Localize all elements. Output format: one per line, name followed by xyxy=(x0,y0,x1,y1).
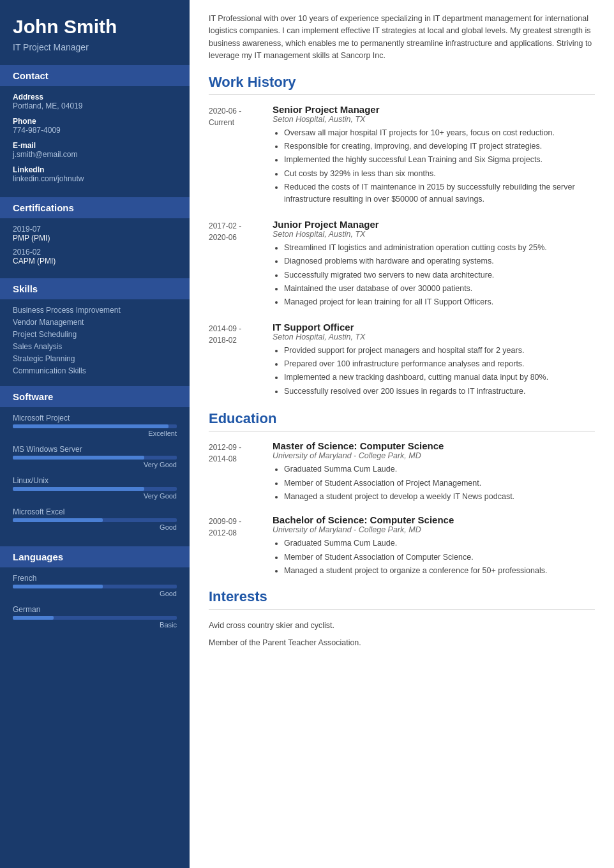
bullet-item: Diagnosed problems with hardware and ope… xyxy=(284,255,595,267)
software-name: Microsoft Project xyxy=(13,414,177,423)
entry-bullets: Streamlined IT logistics and administrat… xyxy=(273,242,595,309)
language-item: German Basic xyxy=(13,605,177,629)
software-bar-container xyxy=(13,518,177,522)
software-item: Microsoft Project Excellent xyxy=(13,414,177,437)
contact-address: Address Portland, ME, 04019 xyxy=(13,93,177,110)
languages-header: Languages xyxy=(0,546,190,567)
language-name: German xyxy=(13,605,177,614)
contact-header: Contact xyxy=(0,65,190,86)
interest-item: Avid cross country skier and cyclist. xyxy=(209,618,595,633)
company-name: Seton Hospital, Austin, TX xyxy=(273,115,595,124)
cert-name-1: CAPM (PMI) xyxy=(13,257,177,266)
entry-content: IT Support Officer Seton Hospital, Austi… xyxy=(273,322,595,400)
software-item: Linux/Unix Very Good xyxy=(13,476,177,500)
language-item: French Good xyxy=(13,574,177,597)
software-item: MS Windows Server Very Good xyxy=(13,445,177,468)
edu-content: Master of Science: Computer Science Univ… xyxy=(273,440,595,504)
skills-content: Business Process ImprovementVendor Manag… xyxy=(0,306,190,375)
bullet-item: Managed a student project to organize a … xyxy=(284,565,595,577)
language-bar-fill xyxy=(13,616,54,620)
software-level: Very Good xyxy=(13,461,177,468)
skills-section: Skills Business Process ImprovementVendo… xyxy=(0,278,190,386)
job-title: IT Support Officer xyxy=(273,322,595,333)
contact-phone-label: Phone xyxy=(13,117,177,126)
bullet-item: Prepared over 100 infrastructure perform… xyxy=(284,358,595,370)
job-title: Junior Project Manager xyxy=(273,219,595,230)
entry-bullets: Provided support for project managers an… xyxy=(273,345,595,398)
software-content: Microsoft Project Excellent MS Windows S… xyxy=(0,414,190,531)
work-entries: 2020-06 -Current Senior Project Manager … xyxy=(209,104,595,400)
cert-date-0: 2019-07 xyxy=(13,225,177,234)
software-bar-container xyxy=(13,456,177,460)
edu-entry: 2009-09 -2012-08 Bachelor of Science: Co… xyxy=(209,514,595,578)
skill-item: Vendor Management xyxy=(13,318,177,327)
software-level: Very Good xyxy=(13,492,177,500)
interests-divider xyxy=(209,609,595,610)
bullet-item: Implemented a new tracking dashboard, cu… xyxy=(284,371,595,384)
entry-content: Senior Project Manager Seton Hospital, A… xyxy=(273,104,595,207)
contact-linkedin-value: linkedin.com/johnutw xyxy=(13,174,177,183)
resume-container: John Smith IT Project Manager Contact Ad… xyxy=(0,0,614,868)
skill-item: Sales Analysis xyxy=(13,342,177,351)
contact-linkedin: LinkedIn linkedin.com/johnutw xyxy=(13,165,177,183)
language-level: Good xyxy=(13,590,177,597)
language-bar-container xyxy=(13,616,177,620)
education-title: Education xyxy=(209,410,595,427)
interest-item: Member of the Parent Teacher Association… xyxy=(209,636,595,650)
bullet-item: Streamlined IT logistics and administrat… xyxy=(284,242,595,254)
language-level: Basic xyxy=(13,621,177,629)
contact-address-value: Portland, ME, 04019 xyxy=(13,101,177,110)
skill-item: Communication Skills xyxy=(13,366,177,375)
edu-date: 2012-09 -2014-08 xyxy=(209,440,273,504)
work-history-title: Work History xyxy=(209,74,595,91)
company-name: Seton Hospital, Austin, TX xyxy=(273,230,595,239)
skill-item: Business Process Improvement xyxy=(13,306,177,315)
bullet-item: Oversaw all major hospital IT projects f… xyxy=(284,127,595,139)
sidebar: John Smith IT Project Manager Contact Ad… xyxy=(0,0,190,868)
contact-email-value: j.smith@email.com xyxy=(13,150,177,159)
software-item: Microsoft Excel Good xyxy=(13,507,177,531)
edu-entry: 2012-09 -2014-08 Master of Science: Comp… xyxy=(209,440,595,504)
certifications-header: Certifications xyxy=(0,197,190,218)
software-bar-container xyxy=(13,487,177,491)
main-content: IT Professional with over 10 years of ex… xyxy=(190,0,614,868)
bullet-item: Reduced the costs of IT maintenance in 2… xyxy=(284,181,595,206)
contact-address-label: Address xyxy=(13,93,177,101)
skills-header: Skills xyxy=(0,278,190,299)
bullet-item: Member of Student Association of Compute… xyxy=(284,551,595,564)
entry-date: 2014-09 -2018-02 xyxy=(209,322,273,400)
bullet-item: Responsible for creating, improving, and… xyxy=(284,140,595,153)
contact-email-label: E-mail xyxy=(13,141,177,150)
software-level: Good xyxy=(13,523,177,531)
certifications-content: 2019-07 PMP (PMI) 2016-02 CAPM (PMI) xyxy=(0,225,190,266)
bullet-item: Implemented the highly successful Lean T… xyxy=(284,154,595,166)
cert-name-0: PMP (PMI) xyxy=(13,234,177,243)
language-name: French xyxy=(13,574,177,583)
software-bar-fill xyxy=(13,424,168,428)
edu-bullets: Graduated Summa Cum Laude.Member of Stud… xyxy=(273,463,595,503)
bullet-item: Cut costs by 329% in less than six month… xyxy=(284,168,595,180)
education-divider xyxy=(209,431,595,431)
software-bar-fill xyxy=(13,518,103,522)
software-bar-fill xyxy=(13,456,144,460)
languages-content: French Good German Basic xyxy=(0,574,190,629)
edu-bullets: Graduated Summa Cum Laude.Member of Stud… xyxy=(273,537,595,577)
contact-linkedin-label: LinkedIn xyxy=(13,165,177,174)
contact-phone: Phone 774-987-4009 xyxy=(13,117,177,135)
software-name: Microsoft Excel xyxy=(13,507,177,516)
language-bar-fill xyxy=(13,585,103,588)
job-title: Senior Project Manager xyxy=(273,104,595,115)
cert-date-1: 2016-02 xyxy=(13,248,177,257)
candidate-name: John Smith xyxy=(13,15,177,38)
skill-item: Project Scheduling xyxy=(13,330,177,339)
work-entry: 2017-02 -2020-06 Junior Project Manager … xyxy=(209,219,595,310)
bullet-item: Managed project for lean training for al… xyxy=(284,296,595,308)
software-section: Software Microsoft Project Excellent MS … xyxy=(0,386,190,546)
contact-email: E-mail j.smith@email.com xyxy=(13,141,177,159)
edu-content: Bachelor of Science: Computer Science Un… xyxy=(273,514,595,578)
edu-entries: 2012-09 -2014-08 Master of Science: Comp… xyxy=(209,440,595,578)
bullet-item: Maintained the user database of over 300… xyxy=(284,283,595,295)
interests-title: Interests xyxy=(209,588,595,605)
software-name: Linux/Unix xyxy=(13,476,177,485)
sidebar-header: John Smith IT Project Manager xyxy=(0,0,190,65)
